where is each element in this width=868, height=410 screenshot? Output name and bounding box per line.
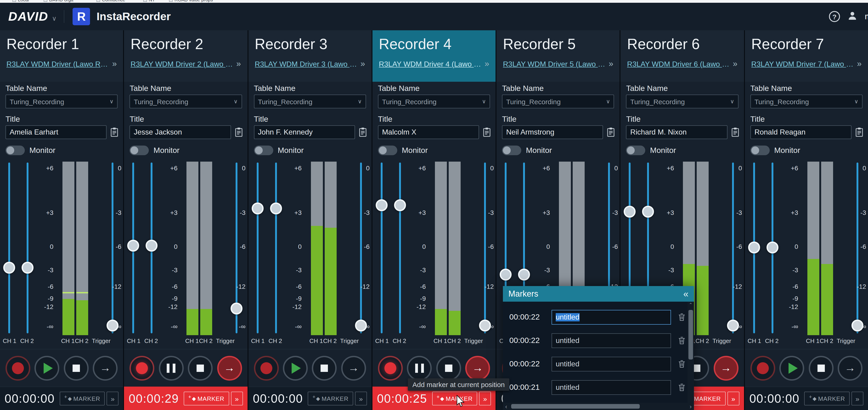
table-name-select[interactable]: Turing_Recording ∨ bbox=[378, 95, 490, 108]
trigger-fader-knob[interactable] bbox=[106, 320, 119, 332]
table-name-select[interactable]: Turing_Recording ∨ bbox=[502, 95, 614, 108]
recorder-header[interactable]: Recorder 5 R3LAY WDM Driver 5 (Lawo R...… bbox=[496, 30, 620, 82]
trash-icon[interactable] bbox=[676, 383, 687, 391]
add-marker-button[interactable]: + ◆ MARKER bbox=[60, 391, 105, 405]
trigger-fader-knob[interactable] bbox=[851, 320, 863, 332]
expand-icon[interactable]: » bbox=[857, 59, 862, 69]
paste-icon[interactable] bbox=[482, 127, 492, 137]
title-input[interactable]: Amelia Earhart bbox=[5, 125, 107, 139]
trigger-fader-knob[interactable] bbox=[355, 320, 367, 332]
ch1-fader-track[interactable] bbox=[8, 162, 10, 333]
trigger-fader-track[interactable] bbox=[360, 162, 362, 333]
monitor-toggle[interactable] bbox=[254, 146, 273, 155]
ch1-fader-knob[interactable] bbox=[624, 206, 636, 218]
driver-link[interactable]: R3LAY WDM Driver 2 (Lawo R... bbox=[131, 60, 234, 68]
add-marker-button[interactable]: + ◆ MARKER bbox=[308, 391, 353, 405]
paste-icon[interactable] bbox=[110, 127, 120, 137]
skip-to-end-button[interactable]: → bbox=[217, 356, 242, 380]
stop-button[interactable] bbox=[64, 356, 89, 380]
title-input[interactable]: Richard M. Nixon bbox=[626, 125, 727, 139]
scroll-left-icon[interactable]: ‹ bbox=[505, 403, 507, 410]
ch2-fader-knob[interactable] bbox=[394, 199, 406, 211]
ch1-fader-knob[interactable] bbox=[748, 242, 760, 253]
trigger-fader-track[interactable] bbox=[856, 162, 858, 333]
david-logo[interactable]: DAVID ∨ bbox=[8, 9, 57, 24]
title-input[interactable]: Ronald Reagan bbox=[750, 125, 851, 139]
ch2-fader-track[interactable] bbox=[275, 162, 277, 333]
paste-icon[interactable] bbox=[358, 127, 368, 137]
ch2-fader-knob[interactable] bbox=[766, 242, 778, 253]
add-marker-button[interactable]: + ◆ MARKER bbox=[432, 391, 477, 405]
ch1-fader-track[interactable] bbox=[256, 162, 258, 333]
ch2-fader-knob[interactable] bbox=[22, 262, 33, 274]
ch2-fader-knob[interactable] bbox=[642, 206, 654, 218]
paste-icon[interactable] bbox=[606, 127, 616, 137]
record-button[interactable] bbox=[130, 356, 155, 380]
monitor-toggle[interactable] bbox=[130, 146, 149, 155]
play-pause-button[interactable] bbox=[779, 356, 804, 380]
expand-icon[interactable]: » bbox=[112, 59, 117, 69]
scrollbar-thumb[interactable] bbox=[511, 404, 640, 409]
driver-link[interactable]: R3LAY WDM Driver (Lawo R3L... bbox=[6, 60, 110, 68]
table-name-select[interactable]: Turing_Recording ∨ bbox=[254, 95, 366, 108]
expand-icon[interactable]: » bbox=[733, 59, 737, 69]
skip-to-end-button[interactable]: → bbox=[93, 356, 118, 380]
title-input[interactable]: Jesse Jackson bbox=[130, 125, 231, 139]
marker-expand-button[interactable]: » bbox=[479, 391, 491, 405]
driver-link[interactable]: R3LAY WDM Driver 4 (Lawo R... bbox=[379, 60, 482, 68]
trigger-fader-track[interactable] bbox=[112, 162, 114, 333]
title-input[interactable]: Neil Armstrong bbox=[502, 125, 603, 139]
recorder-header[interactable]: Recorder 1 R3LAY WDM Driver (Lawo R3L...… bbox=[0, 30, 123, 82]
skip-to-end-button[interactable]: → bbox=[713, 356, 738, 380]
paste-icon[interactable] bbox=[730, 127, 740, 137]
table-name-select[interactable]: Turing_Recording ∨ bbox=[750, 95, 863, 108]
recorder-header[interactable]: Recorder 3 R3LAY WDM Driver 3 (Lawo R...… bbox=[248, 30, 372, 82]
ch2-fader-knob[interactable] bbox=[518, 269, 530, 281]
driver-link[interactable]: R3LAY WDM Driver 6 (Lawo R... bbox=[627, 60, 730, 68]
ch2-fader-knob[interactable] bbox=[146, 240, 158, 252]
marker-expand-button[interactable]: » bbox=[231, 391, 243, 405]
play-pause-button[interactable] bbox=[407, 356, 432, 380]
record-button[interactable] bbox=[254, 356, 279, 380]
horizontal-scrollbar[interactable]: ‹ › bbox=[503, 403, 694, 410]
bookmark-item[interactable]: Confluence bbox=[96, 0, 125, 2]
trigger-fader-knob[interactable] bbox=[231, 303, 243, 315]
stop-button[interactable] bbox=[188, 356, 213, 380]
marker-name-input[interactable]: untitled bbox=[552, 310, 671, 324]
play-pause-button[interactable] bbox=[35, 356, 60, 380]
play-pause-button[interactable] bbox=[159, 356, 184, 380]
record-button[interactable] bbox=[750, 356, 775, 380]
skip-to-end-button[interactable]: → bbox=[341, 356, 366, 380]
scroll-up-icon[interactable]: ⌃ bbox=[687, 302, 694, 308]
driver-link[interactable]: R3LAY WDM Driver 5 (Lawo R... bbox=[503, 60, 606, 68]
expand-icon[interactable]: » bbox=[361, 59, 365, 69]
record-button[interactable] bbox=[378, 356, 403, 380]
marker-name-input[interactable]: untitled bbox=[552, 333, 671, 348]
add-marker-button[interactable]: + ◆ MARKER bbox=[184, 391, 229, 405]
user-icon[interactable] bbox=[847, 10, 858, 23]
ch2-fader-track[interactable] bbox=[27, 162, 29, 333]
expand-icon[interactable]: » bbox=[485, 59, 489, 69]
recorder-header[interactable]: Recorder 4 R3LAY WDM Driver 4 (Lawo R...… bbox=[372, 30, 496, 82]
ch1-fader-track[interactable] bbox=[381, 162, 382, 333]
monitor-toggle[interactable] bbox=[5, 146, 25, 155]
monitor-toggle[interactable] bbox=[626, 146, 646, 155]
ch2-fader-track[interactable] bbox=[399, 162, 401, 333]
trigger-fader-track[interactable] bbox=[732, 162, 734, 333]
title-input[interactable]: Malcolm X bbox=[378, 125, 479, 139]
expand-icon[interactable]: » bbox=[609, 59, 613, 69]
paste-icon[interactable] bbox=[234, 127, 244, 137]
table-name-select[interactable]: Turing_Recording ∨ bbox=[626, 95, 739, 108]
bookmark-item[interactable]: NT bbox=[143, 0, 155, 2]
table-name-select[interactable]: Turing_Recording ∨ bbox=[5, 95, 118, 108]
record-button[interactable] bbox=[5, 356, 30, 380]
trigger-fader-track[interactable] bbox=[484, 162, 486, 333]
scrollbar-thumb[interactable] bbox=[688, 310, 693, 359]
help-icon[interactable]: ? bbox=[829, 11, 840, 22]
add-marker-button[interactable]: + ◆ MARKER bbox=[804, 391, 849, 405]
marker-expand-button[interactable]: » bbox=[851, 391, 863, 405]
bookmark-item[interactable]: ROAD value props bbox=[169, 0, 213, 2]
play-pause-button[interactable] bbox=[283, 356, 308, 380]
marker-name-input[interactable]: untitled bbox=[552, 380, 671, 395]
stop-button[interactable] bbox=[312, 356, 337, 380]
